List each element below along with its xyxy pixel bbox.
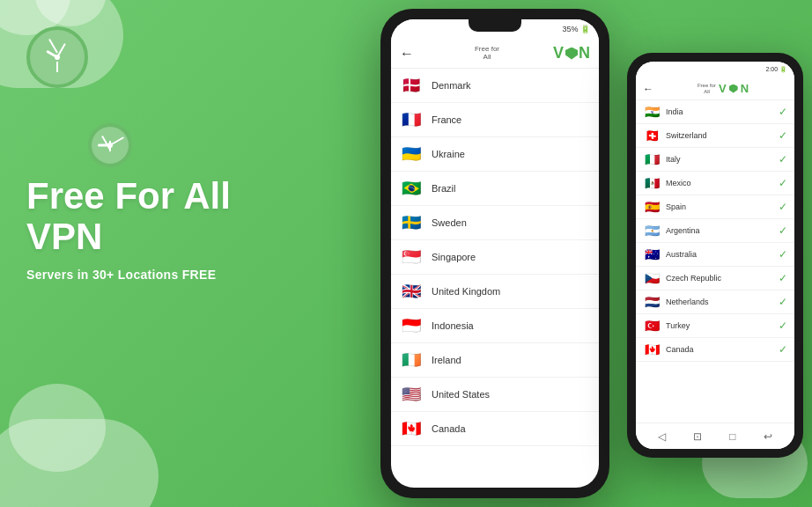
clock-small (88, 123, 132, 167)
flag-icon: 🇩🇰 (400, 76, 423, 95)
check-icon: ✓ (779, 129, 787, 142)
check-icon: ✓ (779, 320, 787, 332)
check-icon: ✓ (779, 106, 787, 118)
check-icon: ✓ (779, 177, 787, 189)
hero-title-line1: Free For All (26, 175, 231, 217)
country-name: Turkey (666, 321, 690, 330)
hero-title-line2: VPN (26, 216, 102, 257)
country-item[interactable]: 🇧🇷Brazil (391, 172, 599, 206)
nav-recent-icon[interactable]: □ (729, 430, 735, 443)
flag-icon: 🇧🇷 (400, 179, 423, 198)
flag-icon: 🇦🇷 (643, 224, 661, 238)
country-item[interactable]: 🇨🇦Canada✓ (636, 338, 794, 362)
second-logo-text: Free forAll (698, 83, 716, 94)
app-logo: Free forAll (421, 46, 553, 62)
country-left: 🇨🇿Czech Republic (643, 271, 721, 285)
back-button[interactable]: ← (400, 46, 414, 62)
country-item[interactable]: 🇸🇪Sweden (391, 206, 599, 240)
pn-label: N (579, 44, 590, 62)
check-icon: ✓ (779, 201, 787, 213)
country-left: 🇨🇦Canada (643, 342, 694, 356)
country-name: Canada (432, 423, 466, 434)
country-item[interactable]: 🇨🇿Czech Republic✓ (636, 267, 794, 290)
second-logo: Free forAll V N (659, 82, 787, 95)
check-icon: ✓ (779, 248, 787, 261)
country-item[interactable]: 🇮🇪Ireland (391, 343, 599, 378)
second-battery-icon: 2:00 🔋 (765, 66, 787, 73)
country-list: 🇩🇰Denmark🇫🇷France🇺🇦Ukraine🇧🇷Brazil🇸🇪Swed… (391, 69, 599, 488)
check-icon: ✓ (779, 343, 787, 356)
flag-icon: 🇨🇦 (643, 342, 661, 356)
country-item[interactable]: 🇩🇰Denmark (391, 69, 599, 103)
country-item[interactable]: 🇸🇬Singapore (391, 240, 599, 275)
country-name: Ukraine (432, 149, 465, 159)
country-item[interactable]: 🇦🇺Australia✓ (636, 243, 794, 267)
country-item[interactable]: 🇹🇷Turkey✓ (636, 314, 794, 338)
shield-icon (565, 48, 578, 60)
flag-icon: 🇮🇩 (400, 316, 423, 335)
country-name: Mexico (666, 179, 691, 187)
clock-large (26, 26, 88, 88)
flag-icon: 🇸🇬 (400, 247, 423, 267)
country-item[interactable]: 🇬🇧United Kingdom (391, 275, 599, 309)
hero-title: Free For All VPN (26, 176, 326, 257)
country-left: 🇦🇷Argentina (643, 224, 700, 238)
flag-icon: 🇦🇺 (643, 247, 661, 261)
nav-menu-icon[interactable]: ↩ (764, 430, 772, 443)
second-vpn-label: V (719, 82, 727, 95)
country-item[interactable]: 🇦🇷Argentina✓ (636, 219, 794, 243)
country-name: Brazil (432, 183, 456, 194)
flag-icon: 🇺🇸 (400, 385, 423, 404)
main-phone: 35% 🔋 ← Free forAll V N 🇩🇰Denmark🇫🇷Franc… (380, 9, 609, 498)
country-item[interactable]: 🇨🇭Switzerland✓ (636, 124, 794, 148)
country-name: Argentina (666, 226, 700, 235)
app-header: ← Free forAll V N (391, 39, 599, 69)
country-left: 🇲🇽Mexico (643, 176, 691, 190)
country-left: 🇨🇭Switzerland (643, 129, 707, 143)
country-item[interactable]: 🇮🇩Indonesia (391, 309, 599, 343)
flag-icon: 🇲🇽 (643, 176, 661, 190)
country-item[interactable]: 🇮🇳India✓ (636, 100, 794, 124)
flag-icon: 🇺🇦 (400, 144, 423, 164)
phone-notch (469, 19, 521, 32)
cloud-bottom-left (0, 419, 159, 507)
flag-icon: 🇮🇪 (400, 350, 423, 370)
country-item[interactable]: 🇲🇽Mexico✓ (636, 172, 794, 195)
flag-icon: 🇨🇿 (643, 271, 661, 285)
country-item[interactable]: 🇺🇦Ukraine (391, 137, 599, 172)
bottom-nav: ◁ ⊡ □ ↩ (636, 422, 794, 449)
flag-icon: 🇸🇪 (400, 213, 423, 232)
flag-icon: 🇳🇱 (643, 295, 661, 309)
country-item[interactable]: 🇪🇸Spain✓ (636, 195, 794, 219)
country-name: France (432, 114, 461, 125)
country-item[interactable]: 🇳🇱Netherlands✓ (636, 290, 794, 314)
country-name: Indonesia (432, 320, 474, 331)
logo-top-text: Free forAll (475, 46, 499, 62)
country-item[interactable]: 🇨🇦Canada (391, 412, 599, 446)
second-shield-icon (729, 84, 738, 93)
country-item[interactable]: 🇫🇷France (391, 103, 599, 137)
flag-icon: 🇨🇦 (400, 419, 423, 438)
flag-icon: 🇫🇷 (400, 110, 423, 129)
second-phone-screen: 2:00 🔋 ← Free forAll V N 🇮🇳India✓🇨🇭Switz… (636, 62, 794, 449)
nav-back-icon[interactable]: ◁ (658, 430, 666, 443)
country-item[interactable]: 🇮🇹Italy✓ (636, 148, 794, 172)
country-left: 🇹🇷Turkey (643, 319, 690, 333)
country-name: United States (432, 389, 490, 400)
nav-home-icon[interactable]: ⊡ (693, 430, 702, 443)
flag-icon: 🇮🇹 (643, 152, 661, 166)
hero-text-area: Free For All VPN Servers in 30+ Location… (26, 176, 326, 282)
country-name: Singapore (432, 252, 476, 262)
second-back-button[interactable]: ← (643, 83, 653, 95)
country-name: United Kingdom (432, 286, 500, 297)
check-icon: ✓ (779, 296, 787, 308)
country-left: 🇮🇳India (643, 105, 683, 119)
second-app-header: ← Free forAll V N (636, 77, 794, 100)
vpn-logo-area: V N (553, 44, 590, 62)
country-name: Spain (666, 202, 686, 211)
country-name: Netherlands (666, 298, 709, 306)
country-left: 🇮🇹Italy (643, 152, 681, 166)
country-item[interactable]: 🇺🇸United States (391, 378, 599, 412)
country-name: Sweden (432, 217, 467, 228)
country-left: 🇦🇺Australia (643, 247, 697, 261)
